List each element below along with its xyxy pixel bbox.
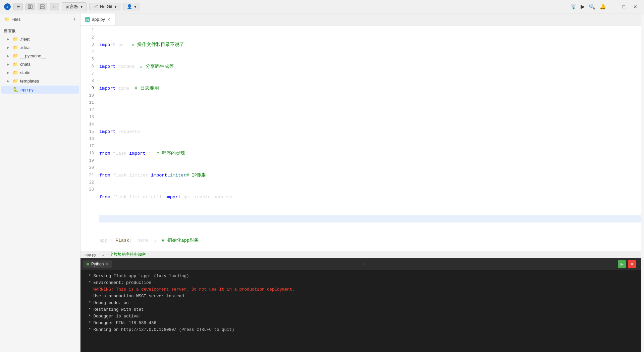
- sidebar-item-idea[interactable]: ▶ 📁 .idea: [1, 44, 79, 51]
- code-line-7: from flask_limiter import Limiter # IP限制: [99, 172, 641, 179]
- terminal-tab-label: Python: [91, 262, 104, 266]
- folder-icon-chats: 📁: [13, 62, 18, 67]
- line-numbers: 1 2 3 4 5 6 7 8 9 10 11 12 13 14 15 16 1: [80, 26, 97, 251]
- terminal-tab-close[interactable]: ✕: [106, 262, 109, 266]
- line-num-11: 11: [83, 99, 94, 107]
- sidebar-item-label-templates: templates: [20, 79, 39, 84]
- line-num-8: 8: [83, 78, 94, 85]
- line-num-3: 3: [83, 41, 94, 49]
- code-content: 1 2 3 4 5 6 7 8 9 10 11 12 13 14 15 16 1: [80, 26, 641, 251]
- terminal-line-2: * Environment: production: [86, 280, 636, 286]
- line-num-21: 21: [83, 172, 94, 179]
- folder-icon-fleet: 📁: [13, 37, 18, 42]
- terminal-add-button[interactable]: +: [363, 261, 367, 268]
- editor-tab-bar: py app.py ✕: [80, 13, 641, 26]
- user-chevron: ▾: [134, 4, 137, 9]
- sidebar-item-pycache[interactable]: ▶ 📁 __pycache__: [1, 52, 79, 60]
- folder-arrow-static: ▶: [7, 71, 11, 74]
- terminal-line-1: * Serving Flask app 'app' (lazy loading): [86, 273, 636, 280]
- folder-arrow-chats: ▶: [7, 62, 11, 66]
- sidebar-add-button[interactable]: +: [73, 16, 76, 22]
- line-num-16: 16: [83, 136, 94, 143]
- files-icon: 📁: [4, 17, 9, 22]
- line-num-2: 2: [83, 34, 94, 42]
- terminal-tab-bar: Python ✕ + ▶ ■: [80, 258, 641, 270]
- menu-btn[interactable]: ☰: [13, 3, 23, 10]
- sidebar-item-chats[interactable]: ▶ 📁 chats: [1, 60, 79, 68]
- layout-btn2[interactable]: [38, 3, 47, 10]
- maximize-button[interactable]: □: [620, 4, 628, 9]
- svg-rect-3: [31, 5, 32, 9]
- sidebar-item-apppy[interactable]: ▶ 🐍 app.py: [1, 86, 79, 94]
- git-icon: ⎇: [93, 4, 98, 9]
- terminal-content[interactable]: * Serving Flask app 'app' (lazy loading)…: [80, 270, 641, 352]
- tab-close-apppy[interactable]: ✕: [107, 17, 110, 22]
- terminal-stop-button[interactable]: ■: [628, 260, 636, 268]
- line-num-15: 15: [83, 128, 94, 136]
- line-num-13: 13: [83, 114, 94, 121]
- terminal-tab-python[interactable]: Python ✕: [83, 260, 112, 268]
- terminal-dot: [87, 263, 89, 265]
- code-line-1: import os # 操作文件和目录不说了: [99, 41, 641, 49]
- right-scrollbar[interactable]: [641, 13, 644, 352]
- broadcast-icon[interactable]: 📡: [571, 4, 577, 9]
- terminal-line-5: * Debug mode: on: [86, 300, 636, 306]
- terminal-play-button[interactable]: ▶: [618, 260, 626, 268]
- code-line-4: [99, 107, 641, 114]
- terminal-panel: Python ✕ + ▶ ■ * Serving Flask app 'app'…: [80, 258, 641, 352]
- line-num-5: 5: [83, 56, 94, 63]
- user-icon: 👤: [127, 4, 132, 9]
- project-chevron: ▾: [80, 4, 83, 9]
- sidebar-item-fleet[interactable]: ▶ 📁 .fleet: [1, 35, 79, 43]
- user-selector[interactable]: 👤 ▾: [123, 3, 140, 10]
- grid-btn[interactable]: ⠿: [50, 3, 59, 10]
- terminal-line-8: * Debugger PIN: 118-589-436: [86, 320, 636, 326]
- play-icon[interactable]: ▶: [581, 3, 585, 10]
- app-logo: J: [4, 3, 11, 10]
- bell-icon[interactable]: 🔔: [599, 3, 606, 10]
- breadcrumb-filename: app.py: [85, 253, 96, 257]
- titlebar-actions: 📡 ▶ 🔍 🔔: [571, 3, 606, 10]
- git-selector[interactable]: ⎇ No Git ▾: [89, 3, 120, 10]
- line-num-14: 14: [83, 121, 94, 129]
- git-label: No Git: [100, 4, 112, 9]
- folder-icon-templates: 📁: [13, 79, 18, 84]
- sidebar-item-label-pycache: __pycache__: [20, 53, 46, 58]
- code-line-2: import random # 分享码生成等: [99, 63, 641, 70]
- main-layout: 📁 Files + 留言板 ▶ 📁 .fleet ▶ 📁 .idea ▶ 📁 _…: [0, 13, 644, 352]
- code-line-9: [99, 215, 641, 222]
- search-icon[interactable]: 🔍: [589, 3, 595, 10]
- line-num-18: 18: [83, 150, 94, 157]
- sidebar-item-templates[interactable]: ▶ 📁 templates: [1, 77, 79, 85]
- sidebar: 📁 Files + 留言板 ▶ 📁 .fleet ▶ 📁 .idea ▶ 📁 _…: [0, 13, 80, 352]
- folder-icon-static: 📁: [13, 70, 18, 75]
- line-num-12: 12: [83, 107, 94, 114]
- terminal-line-6: * Restarting with stat: [86, 306, 636, 313]
- code-editor[interactable]: 1 2 3 4 5 6 7 8 9 10 11 12 13 14 15 16 1: [80, 26, 641, 251]
- titlebar: J ☰ ⠿ 留言板 ▾ ⎇ No Git ▾ 👤 ▾ 📡 ▶ 🔍 🔔 − □ ✕: [0, 0, 644, 13]
- line-num-10: 10: [83, 92, 94, 99]
- code-line-5: import requests: [99, 128, 641, 136]
- editor-area: py app.py ✕ 1 2 3 4 5 6 7 8 9 10 11: [80, 13, 641, 352]
- project-selector[interactable]: 留言板 ▾: [62, 2, 87, 11]
- editor-tab-apppy[interactable]: py app.py ✕: [80, 13, 115, 25]
- minimize-button[interactable]: −: [609, 4, 617, 9]
- layout-btn1[interactable]: [25, 3, 35, 10]
- sidebar-item-static[interactable]: ▶ 📁 static: [1, 69, 79, 77]
- tab-py-icon: py: [85, 17, 90, 22]
- line-num-22: 22: [83, 179, 94, 186]
- terminal-line-7: * Debugger is active!: [86, 313, 636, 320]
- close-button[interactable]: ✕: [631, 4, 640, 9]
- line-num-17: 17: [83, 143, 94, 150]
- code-line-10: app = Flask(__name__) # 初始化app对象: [99, 237, 641, 244]
- sidebar-item-label-apppy: app.py: [20, 87, 34, 92]
- folder-arrow-pycache: ▶: [7, 54, 11, 58]
- folder-arrow-idea: ▶: [7, 46, 11, 49]
- sidebar-item-label-idea: .idea: [20, 45, 30, 50]
- git-chevron: ▾: [114, 4, 117, 9]
- line-num-23: 23: [83, 186, 94, 194]
- breadcrumb-separator: [98, 253, 100, 257]
- svg-rect-5: [40, 7, 44, 9]
- code-line-8: from flask_limiter.util import get_remot…: [99, 194, 641, 201]
- sidebar-files-title: 📁 Files: [4, 17, 20, 22]
